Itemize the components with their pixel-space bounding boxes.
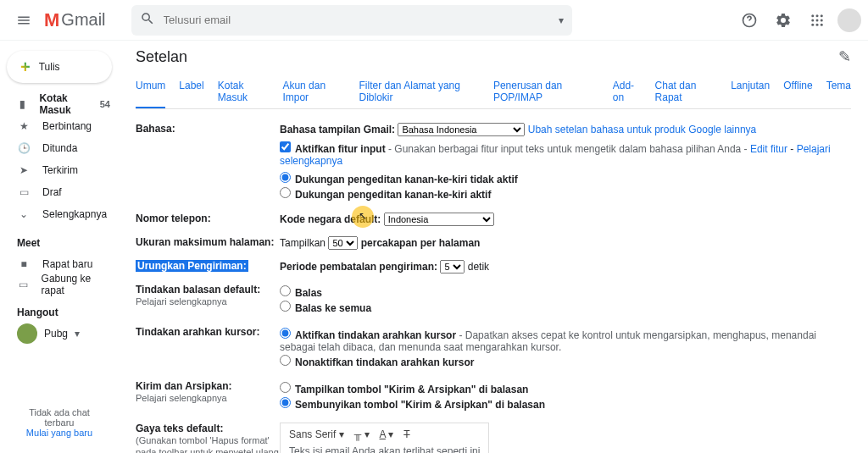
tab-filters[interactable]: Filter dan Alamat yang Diblokir xyxy=(359,75,480,108)
svg-point-6 xyxy=(821,19,823,21)
search-input[interactable] xyxy=(164,14,559,26)
hover-on-radio[interactable] xyxy=(280,328,291,339)
rtl-on-option[interactable]: Dukungan pengeditan kanan-ke-kiri aktif xyxy=(280,187,851,201)
inbox-count: 54 xyxy=(100,99,110,109)
tab-chat[interactable]: Chat dan Rapat xyxy=(655,75,718,108)
text-style-toolbar: Sans Serif ▾ ╥ ▾ A ▾ T Teks isi email An… xyxy=(280,423,489,453)
star-icon: ★ xyxy=(17,119,31,133)
nav-snoozed[interactable]: 🕒 Ditunda xyxy=(0,137,119,159)
tab-forwarding[interactable]: Penerusan dan POP/IMAP xyxy=(493,75,599,108)
tab-accounts[interactable]: Akun dan Impor xyxy=(282,75,345,108)
hover-on-option[interactable]: Aktifkan tindakan arahkan kursor - Dapat… xyxy=(280,328,851,353)
apps-grid-icon[interactable] xyxy=(804,7,831,34)
reply-learn-link[interactable]: Pelajari selengkapnya xyxy=(136,296,227,307)
tab-general[interactable]: Umum xyxy=(136,75,165,108)
country-code-label: Kode negara default: xyxy=(280,213,381,225)
svg-point-5 xyxy=(816,19,819,21)
hover-off-option[interactable]: Nonaktifkan tindakan arahkan kursor xyxy=(280,355,851,368)
logo-m-icon: M xyxy=(44,9,59,31)
nav-sent-label: Terkirim xyxy=(42,164,78,176)
undo-send-label: Urungkan Pengiriman: xyxy=(136,260,248,272)
page-title: Setelan xyxy=(136,48,187,66)
enable-input-checkbox[interactable] xyxy=(280,141,291,152)
nav-starred-label: Berbintang xyxy=(42,120,92,132)
gmail-logo[interactable]: M Gmail xyxy=(44,9,106,31)
start-new-chat-link[interactable]: Mulai yang baru xyxy=(26,428,92,438)
meet-new[interactable]: ■ Rapat baru xyxy=(17,254,110,274)
draft-icon: ▭ xyxy=(17,185,31,199)
tab-inbox[interactable]: Kotak Masuk xyxy=(218,75,270,108)
tab-themes[interactable]: Tema xyxy=(826,75,851,108)
chevron-down-icon: ⌄ xyxy=(17,207,31,221)
profile-avatar[interactable] xyxy=(837,8,861,32)
undo-period-select[interactable]: 5 xyxy=(440,260,465,273)
text-color-button[interactable]: A ▾ xyxy=(380,428,394,440)
pagesize-show: Tampilkan xyxy=(280,237,326,249)
hangout-username: Pubg xyxy=(44,328,68,340)
reply-all-radio[interactable] xyxy=(280,301,291,312)
support-icon[interactable] xyxy=(736,7,763,34)
reply-radio[interactable] xyxy=(280,285,291,296)
reply-option[interactable]: Balas xyxy=(280,285,851,299)
hover-label: Tindakan arahkan kursor: xyxy=(136,326,280,370)
tab-advanced[interactable]: Lanjutan xyxy=(731,75,770,108)
meet-join-label: Gabung ke rapat xyxy=(42,273,110,296)
nav-snoozed-label: Ditunda xyxy=(42,142,77,154)
enable-input-row[interactable]: Aktifkan fitur input - Gunakan berbagai … xyxy=(280,141,851,167)
archive-hide-radio[interactable] xyxy=(280,397,291,408)
settings-gear-icon[interactable] xyxy=(770,7,797,34)
pagesize-select[interactable]: 50 xyxy=(328,236,358,250)
tab-offline[interactable]: Offline xyxy=(783,75,812,108)
meet-section-title: Meet xyxy=(17,237,110,249)
search-options-icon[interactable]: ▾ xyxy=(559,14,564,26)
nav-more[interactable]: ⌄ Selengkapnya xyxy=(0,203,119,225)
hover-off-radio[interactable] xyxy=(280,355,291,366)
plus-icon: + xyxy=(20,58,31,77)
archive-learn-link[interactable]: Pelajari selengkapnya xyxy=(136,393,227,403)
logo-text: Gmail xyxy=(61,10,105,30)
rtl-off-radio[interactable] xyxy=(280,172,291,183)
undo-seconds: detik xyxy=(468,261,489,273)
hangout-user[interactable]: Pubg ▾ xyxy=(17,323,110,344)
nav-inbox[interactable]: ▮ Kotak Masuk 54 xyxy=(0,93,119,115)
clock-icon: 🕒 xyxy=(17,141,31,155)
phone-label: Nomor telepon: xyxy=(136,213,280,226)
nav-inbox-label: Kotak Masuk xyxy=(39,92,87,116)
display-lang-select[interactable]: Bahasa Indonesia xyxy=(398,123,525,136)
font-family-button[interactable]: Sans Serif ▾ xyxy=(289,428,344,440)
rtl-on-radio[interactable] xyxy=(280,187,291,198)
pagesize-perpage: percakapan per halaman xyxy=(361,237,481,249)
svg-point-3 xyxy=(821,14,823,17)
textstyle-sub: (Gunakan tombol 'Hapus format' pada tool… xyxy=(136,435,279,453)
tab-label[interactable]: Label xyxy=(179,75,203,108)
nav-sent[interactable]: ➤ Terkirim xyxy=(0,159,119,181)
inbox-icon: ▮ xyxy=(17,97,27,111)
search-box[interactable]: ▾ xyxy=(131,5,572,36)
compose-label: Tulis xyxy=(39,61,60,73)
font-size-button[interactable]: ╥ ▾ xyxy=(354,428,370,440)
meet-join[interactable]: ▭ Gabung ke rapat xyxy=(17,274,110,295)
no-chat-text: Tidak ada chat terbaru xyxy=(14,407,105,428)
rtl-off-option[interactable]: Dukungan pengeditan kanan-ke-kiri tidak … xyxy=(280,172,851,185)
clear-format-button[interactable]: T xyxy=(403,428,409,440)
nav-starred[interactable]: ★ Berbintang xyxy=(0,115,119,137)
edit-pencil-icon[interactable]: ✎ xyxy=(838,47,851,66)
compose-button[interactable]: + Tulis xyxy=(7,51,112,83)
edit-tool-link[interactable]: Edit fitur xyxy=(750,143,787,155)
nav-drafts-label: Draf xyxy=(42,186,62,198)
archive-show-radio[interactable] xyxy=(280,382,291,393)
nav-drafts[interactable]: ▭ Draf xyxy=(0,181,119,203)
undo-period-label: Periode pembatalan pengiriman: xyxy=(280,261,437,273)
video-icon: ■ xyxy=(17,257,31,271)
tab-addons[interactable]: Add-on xyxy=(613,75,642,108)
archive-label: Kirim dan Arsipkan: xyxy=(136,380,232,392)
svg-point-9 xyxy=(821,23,823,25)
country-code-select[interactable]: Indonesia xyxy=(384,213,494,226)
reply-all-option[interactable]: Balas ke semua xyxy=(280,301,851,314)
archive-hide-option[interactable]: Sembunyikan tombol "Kirim & Arsipkan" di… xyxy=(280,397,851,411)
main-menu-button[interactable] xyxy=(7,3,41,37)
change-lang-link[interactable]: Ubah setelan bahasa untuk produk Google … xyxy=(528,124,757,135)
archive-show-option[interactable]: Tampilkan tombol "Kirim & Arsipkan" di b… xyxy=(280,382,851,395)
display-lang-label: Bahasa tampilan Gmail: xyxy=(280,124,395,135)
svg-point-8 xyxy=(816,23,819,25)
